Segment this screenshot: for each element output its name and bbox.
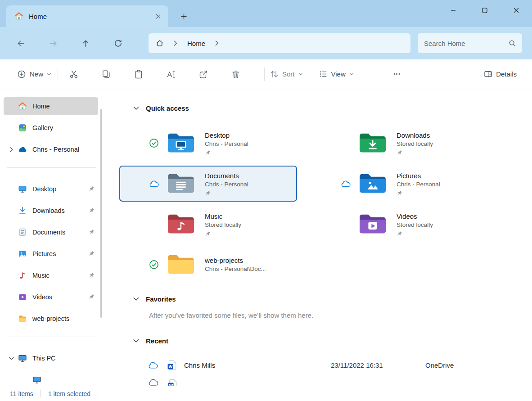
downloads-icon: [18, 206, 27, 215]
status-divider: [41, 390, 41, 397]
file-subtitle: Chris - Personal: [397, 180, 440, 189]
delete-button[interactable]: [225, 64, 246, 85]
pictures-icon: [18, 249, 27, 258]
paste-button[interactable]: [128, 64, 149, 85]
file-date-modified: 23/11/2022 16:31: [331, 361, 425, 369]
file-tile-desktop[interactable]: Desktop Chris - Personal: [119, 125, 297, 161]
sort-icon: [270, 70, 279, 78]
sidebar-item-partial[interactable]: [18, 371, 98, 386]
file-name: Videos: [397, 212, 433, 221]
new-tab-button[interactable]: [177, 10, 190, 23]
sidebar-item-gallery[interactable]: Gallery: [4, 119, 98, 137]
section-favorites: Favorites After you’ve favorited some fi…: [104, 293, 532, 319]
cloud-status-icon: [148, 378, 158, 386]
sidebar-scrollbar[interactable]: [100, 109, 102, 318]
sidebar-item-onedrive-personal[interactable]: Chris - Personal: [4, 140, 98, 158]
favorites-empty-message: After you’ve favorited some files, we’ll…: [149, 311, 532, 319]
search-box[interactable]: Search Home: [418, 33, 522, 53]
new-button[interactable]: New: [17, 70, 51, 79]
trash-icon: [231, 70, 240, 79]
chevron-right-icon[interactable]: [5, 147, 18, 152]
sidebar-item-music[interactable]: Music: [4, 266, 98, 284]
onedrive-icon: [18, 145, 27, 154]
minimize-button[interactable]: [437, 0, 469, 21]
file-tile-music[interactable]: Music Stored locally: [119, 206, 297, 242]
file-name: web-projects: [205, 256, 266, 265]
rename-button[interactable]: [161, 64, 181, 85]
file-tile-web-projects[interactable]: web-projects Chris - Personal\Doc...: [119, 247, 297, 283]
file-tile-documents[interactable]: Documents Chris - Personal: [119, 166, 297, 202]
chevron-down-icon: [349, 72, 354, 76]
breadcrumb-segment-home[interactable]: Home: [187, 40, 205, 47]
file-tile-downloads[interactable]: Downloads Stored locally: [311, 125, 489, 161]
folder-icon: [167, 253, 195, 276]
sidebar-divider: [7, 337, 96, 337]
search-placeholder: Search Home: [424, 40, 509, 47]
sidebar-item-videos[interactable]: Videos: [4, 288, 98, 306]
sidebar-item-documents[interactable]: Documents: [4, 223, 98, 241]
plus-icon: [181, 14, 187, 19]
details-button[interactable]: Details: [484, 70, 517, 78]
sidebar-item-web-projects[interactable]: web-projects: [4, 310, 98, 328]
recent-file-row-partial[interactable]: [148, 378, 532, 386]
chevron-down-icon: [133, 106, 139, 110]
sidebar-item-home[interactable]: Home: [4, 97, 98, 115]
pictures-folder-icon: [359, 172, 387, 195]
sidebar-item-downloads[interactable]: Downloads: [4, 202, 98, 220]
sidebar-item-label: Chris - Personal: [32, 146, 95, 153]
sidebar-item-pictures[interactable]: Pictures: [4, 245, 98, 263]
favorites-header[interactable]: Favorites: [133, 293, 532, 305]
file-subtitle: Chris - Personal\Doc...: [205, 265, 266, 273]
pin-icon: [205, 150, 211, 156]
share-icon: [199, 70, 208, 79]
chevron-down-icon: [133, 297, 139, 301]
chevron-down-icon[interactable]: [5, 356, 18, 361]
recent-file-row[interactable]: Chris Mills 23/11/2022 16:31 OneDrive: [119, 354, 532, 376]
status-placeholder: [149, 219, 159, 229]
word-document-icon: [167, 360, 178, 370]
back-button[interactable]: [11, 33, 31, 53]
tab-title: Home: [29, 13, 146, 20]
details-pane-icon: [484, 70, 492, 78]
home-icon: [156, 39, 164, 47]
word-document-icon: [167, 378, 178, 386]
file-name: Chris Mills: [184, 361, 331, 369]
tab-home[interactable]: Home: [6, 5, 168, 27]
videos-folder-icon: [359, 213, 387, 235]
more-options-button[interactable]: [388, 65, 406, 83]
view-icon: [319, 70, 328, 78]
sort-button[interactable]: Sort: [270, 70, 303, 78]
up-button[interactable]: [76, 33, 95, 53]
file-subtitle: Stored locally: [397, 221, 433, 229]
maximize-button[interactable]: [469, 0, 500, 21]
view-button[interactable]: View: [319, 70, 354, 78]
quick-access-header[interactable]: Quick access: [133, 102, 532, 114]
share-button[interactable]: [193, 64, 214, 85]
file-subtitle: Chris - Personal: [205, 180, 248, 189]
cut-button[interactable]: [63, 64, 84, 85]
copy-button[interactable]: [96, 64, 117, 85]
refresh-button[interactable]: [108, 33, 128, 53]
close-icon: [156, 14, 161, 19]
pin-icon: [397, 231, 402, 237]
chevron-down-icon: [47, 72, 51, 76]
pin-icon: [88, 251, 95, 257]
file-tile-videos[interactable]: Videos Stored locally: [311, 206, 489, 242]
chevron-right-icon: [215, 41, 219, 46]
address-bar[interactable]: Home: [149, 33, 410, 53]
plus-circle-icon: [17, 70, 26, 79]
pin-icon: [88, 272, 95, 279]
sidebar-item-this-pc[interactable]: This PC: [4, 349, 98, 367]
sidebar-item-desktop[interactable]: Desktop: [4, 180, 98, 198]
videos-icon: [18, 293, 27, 302]
recent-header[interactable]: Recent: [133, 334, 532, 347]
pin-icon: [88, 229, 95, 235]
status-bar: 11 items 1 item selected: [0, 386, 532, 401]
forward-button[interactable]: [43, 33, 63, 53]
pin-icon: [88, 186, 95, 192]
tab-close-button[interactable]: [151, 9, 165, 23]
section-title: Favorites: [146, 295, 176, 303]
file-tile-pictures[interactable]: Pictures Chris - Personal: [311, 166, 489, 202]
close-button[interactable]: [500, 0, 532, 21]
window-controls: [437, 0, 532, 21]
